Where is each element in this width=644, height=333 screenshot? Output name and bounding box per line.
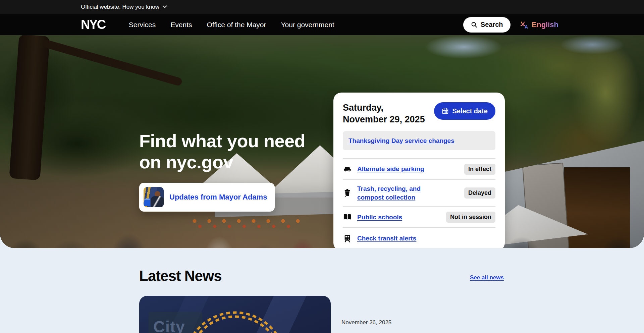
public-schools-link[interactable]: Public schools bbox=[357, 213, 402, 222]
hero-heading-line2: on nyc.gov bbox=[139, 152, 305, 173]
chevron-down-icon bbox=[163, 5, 167, 8]
service-status-list: Alternate side parking In effect Trash, … bbox=[343, 158, 495, 248]
nav-right-group: Search A Engl bbox=[463, 14, 558, 35]
nyc-logo[interactable]: NYC bbox=[81, 17, 105, 32]
service-row-public-schools: Public schools Not in session bbox=[343, 206, 495, 227]
service-row-trash-collection: Trash, recycling, and compost collection… bbox=[343, 179, 495, 206]
hero-section: Find what you need on nyc.gov Updates fr… bbox=[0, 35, 644, 248]
official-website-label: Official website. How you know bbox=[81, 4, 159, 10]
status-badge: Delayed bbox=[464, 187, 495, 199]
mayor-photo-podium-sign bbox=[144, 199, 150, 206]
svg-text:A: A bbox=[525, 24, 528, 29]
language-label: English bbox=[532, 20, 558, 29]
nav-item-your-government[interactable]: Your government bbox=[281, 21, 334, 29]
nyc-gov-homepage: Official website. How you know NYC Servi… bbox=[0, 0, 644, 333]
trash-icon bbox=[343, 188, 352, 198]
select-date-button[interactable]: Select date bbox=[434, 102, 495, 120]
nav-item-services[interactable]: Services bbox=[129, 21, 156, 29]
service-row-transit-alerts: Check transit alerts bbox=[343, 227, 495, 248]
mayor-photo-thumbnail bbox=[144, 187, 164, 207]
mayor-updates-card[interactable]: Updates from Mayor Adams bbox=[139, 183, 275, 212]
service-row-alternate-side-parking: Alternate side parking In effect bbox=[343, 158, 495, 179]
status-badge: In effect bbox=[464, 164, 495, 175]
news-article-date: November 26, 2025 bbox=[341, 319, 391, 326]
nav-item-events[interactable]: Events bbox=[170, 21, 192, 29]
calendar-icon bbox=[442, 107, 449, 115]
search-button[interactable]: Search bbox=[463, 17, 511, 33]
translate-icon: A bbox=[520, 20, 529, 29]
holiday-banner: Thanksgiving Day service changes bbox=[343, 131, 495, 150]
photo-dark-overlay bbox=[0, 35, 644, 248]
car-icon bbox=[343, 165, 352, 174]
search-label: Search bbox=[481, 21, 503, 29]
search-icon bbox=[471, 21, 478, 28]
latest-news-heading: Latest News bbox=[139, 268, 222, 284]
hero-heading: Find what you need on nyc.gov bbox=[139, 130, 305, 173]
status-badge: Not in session bbox=[446, 212, 495, 223]
see-all-news-link[interactable]: See all news bbox=[470, 274, 504, 281]
service-row-left: Alternate side parking bbox=[343, 165, 424, 174]
select-date-label: Select date bbox=[452, 107, 488, 115]
service-row-left: Trash, recycling, and compost collection bbox=[343, 184, 438, 202]
trash-recycling-compost-link[interactable]: Trash, recycling, and compost collection bbox=[357, 184, 438, 202]
mayor-card-label: Updates from Mayor Adams bbox=[169, 193, 267, 202]
check-transit-alerts-link[interactable]: Check transit alerts bbox=[357, 234, 416, 243]
service-row-left: Public schools bbox=[343, 213, 402, 222]
nav-menu: Services Events Office of the Mayor Your… bbox=[129, 21, 334, 29]
train-icon bbox=[343, 234, 352, 243]
official-website-bar: Official website. How you know bbox=[0, 0, 644, 14]
service-row-left: Check transit alerts bbox=[343, 234, 416, 243]
service-status-card: Saturday, November 29, 2025 Select date … bbox=[333, 93, 505, 248]
news-article-card[interactable]: City Hall bbox=[139, 296, 331, 333]
nyc-seal-illustration bbox=[180, 302, 290, 333]
how-you-know-button[interactable]: Official website. How you know bbox=[81, 4, 167, 10]
main-navbar: NYC Services Events Office of the Mayor … bbox=[0, 14, 644, 35]
mayor-photo-suit bbox=[151, 196, 164, 207]
book-icon bbox=[343, 213, 352, 222]
nav-item-office-of-the-mayor[interactable]: Office of the Mayor bbox=[207, 21, 266, 29]
hero-heading-line1: Find what you need bbox=[139, 130, 305, 152]
alternate-side-parking-link[interactable]: Alternate side parking bbox=[357, 165, 424, 173]
thanksgiving-service-changes-link[interactable]: Thanksgiving Day service changes bbox=[348, 137, 454, 145]
language-selector[interactable]: A English bbox=[520, 20, 558, 29]
